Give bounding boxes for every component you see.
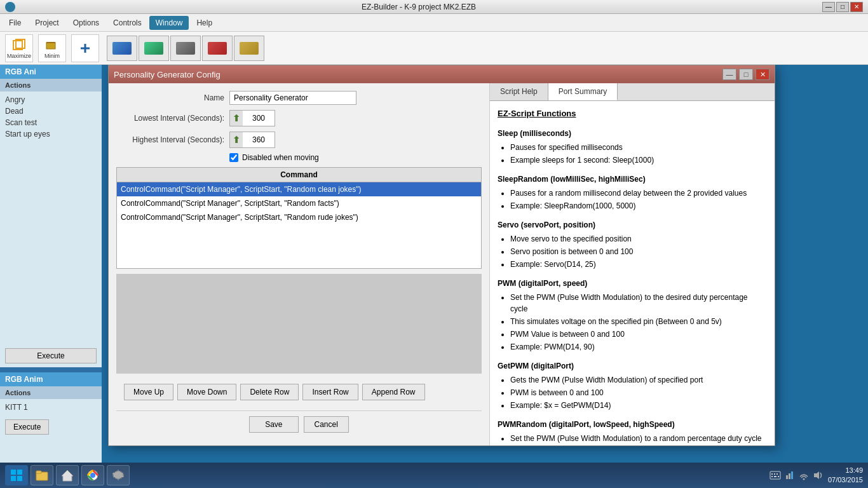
toolbar-maximize-btn[interactable]: Maximize	[5, 34, 33, 62]
wifi-icon	[799, 470, 809, 480]
disabled-moving-checkbox[interactable]	[229, 153, 238, 162]
svg-rect-19	[776, 473, 778, 475]
thumbnail-2[interactable]	[139, 36, 169, 61]
toolbar-maximize-label: Maximize	[7, 53, 31, 59]
name-row: Name	[116, 91, 482, 105]
svg-rect-25	[791, 471, 793, 479]
panel1-header: RGB Ani	[0, 65, 102, 79]
highest-interval-value: 360	[243, 133, 275, 146]
taskbar-settings-icon[interactable]	[107, 465, 130, 485]
titlebar-maximize-btn[interactable]: □	[836, 2, 849, 12]
menu-controls[interactable]: Controls	[107, 16, 148, 30]
cancel-btn[interactable]: Cancel	[304, 416, 349, 433]
panel2-list: KITT 1	[0, 399, 102, 416]
command-col-header: Command	[117, 168, 481, 182]
taskbar-start-btn[interactable]	[5, 465, 28, 485]
save-btn[interactable]: Save	[249, 416, 298, 433]
help-bullet: Move servo to the specified position	[510, 233, 767, 245]
titlebar-close-btn[interactable]: ✕	[850, 2, 863, 12]
taskbar-home-icon[interactable]	[56, 465, 79, 485]
dialog-maximize-btn[interactable]: □	[739, 69, 753, 80]
list-item[interactable]: Start up eyes	[5, 128, 97, 140]
help-bullet: Example: PWM(D14, 90)	[510, 341, 767, 353]
menu-options[interactable]: Options	[67, 16, 105, 30]
append-row-btn[interactable]: Append Row	[362, 384, 425, 400]
menu-window[interactable]: Window	[149, 16, 189, 30]
help-bullet: Servo position is between 0 and 100	[510, 246, 767, 257]
main-area: RGB Ani Actions Angry Dead Scan test Sta…	[0, 65, 868, 463]
highest-interval-spin-btn[interactable]: ⬆	[230, 132, 243, 147]
panel2-section: Actions KITT 1 Execute	[0, 386, 102, 463]
svg-marker-27	[814, 471, 819, 479]
taskbar-clock: 13:49 07/03/2015	[828, 466, 863, 485]
help-section-title: PWMRandom (digitalPort, lowSpeed, highSp…	[498, 419, 767, 430]
home-icon	[60, 468, 74, 482]
table-row[interactable]: ControlCommand("Script Manager", ScriptS…	[117, 210, 481, 224]
menubar: File Project Options Controls Window Hel…	[0, 14, 868, 32]
maximize-icon	[11, 37, 27, 51]
panel2-execute-btn[interactable]: Execute	[5, 419, 49, 435]
help-bullet: Gets the PWM (Pulse Width Modulation) of…	[510, 374, 767, 386]
help-tabs: Script Help Port Summary	[490, 83, 775, 101]
panel1-execute-btn[interactable]: Execute	[5, 348, 97, 363]
clock-time: 13:49	[828, 466, 863, 475]
help-section-bullets: Set the PWM (Pulse Width Modulation) to …	[510, 292, 767, 353]
menu-project[interactable]: Project	[29, 16, 65, 30]
help-bullet: Example sleeps for 1 second: Sleep(1000)	[510, 154, 767, 166]
disabled-moving-label: Disabled when moving	[242, 153, 319, 162]
tab-port-summary[interactable]: Port Summary	[548, 83, 618, 100]
help-panel: Script Help Port Summary EZ-Script Funct…	[490, 83, 775, 445]
dialog-minimize-btn[interactable]: —	[722, 69, 736, 80]
svg-rect-11	[36, 471, 41, 473]
left-panels: RGB Ani Actions Angry Dead Scan test Sta…	[0, 65, 102, 463]
volume-icon	[813, 470, 823, 480]
menu-file[interactable]: File	[3, 16, 27, 30]
svg-rect-20	[771, 476, 773, 477]
help-bullet: This simulates voltage on the specified …	[510, 316, 767, 327]
lowest-interval-row: Lowest Interval (Seconds): ⬆ 300	[116, 110, 482, 126]
content-area: Personality Generator Config — □ ✕ Name	[102, 65, 868, 463]
list-item[interactable]: Angry	[5, 94, 97, 105]
taskbar-right: 13:49 07/03/2015	[770, 466, 863, 485]
help-sections: Sleep (milliseconds)Pauses for specified…	[498, 128, 767, 446]
table-row[interactable]: ControlCommand("Script Manager", ScriptS…	[117, 182, 481, 197]
move-up-btn[interactable]: Move Up	[124, 384, 173, 400]
help-section-bullets: Set the PWM (Pulse Width Modulation) to …	[510, 433, 767, 446]
insert-row-btn[interactable]: Insert Row	[302, 384, 358, 400]
panel1-actions-label: Actions	[0, 79, 102, 92]
svg-rect-24	[789, 473, 790, 479]
app-logo	[5, 2, 15, 12]
move-down-btn[interactable]: Move Down	[177, 384, 236, 400]
toolbar-add-btn[interactable]	[71, 34, 99, 62]
thumbnail-4[interactable]	[202, 36, 233, 61]
help-main-title: EZ-Script Functions	[498, 107, 767, 120]
dialog-title: Personality Generator Config	[114, 70, 220, 79]
taskbar-chrome-icon[interactable]	[81, 465, 104, 485]
list-item[interactable]: Scan test	[5, 117, 97, 128]
browser-icon	[86, 468, 100, 482]
menu-help[interactable]: Help	[190, 16, 219, 30]
folder-icon	[35, 468, 49, 482]
disabled-moving-row: Disabled when moving	[116, 153, 482, 162]
thumbnail-5[interactable]	[234, 36, 264, 61]
lowest-interval-spin-btn[interactable]: ⬆	[230, 111, 243, 126]
dialog-close-btn[interactable]: ✕	[756, 69, 770, 80]
list-item[interactable]: Dead	[5, 105, 97, 117]
svg-rect-18	[774, 473, 775, 475]
svg-rect-2	[46, 43, 55, 49]
help-bullet: Set the PWM (Pulse Width Modulation) to …	[510, 433, 767, 444]
help-section-bullets: Pauses for a random millisecond delay be…	[510, 187, 767, 212]
tab-script-help[interactable]: Script Help	[490, 83, 548, 100]
toolbar-minimize-btn[interactable]: Minim	[38, 34, 66, 62]
svg-rect-16	[770, 471, 780, 479]
highest-interval-spin: ⬆ 360	[229, 132, 275, 148]
thumbnail-1[interactable]	[107, 36, 137, 61]
table-row[interactable]: ControlCommand("Script Manager", ScriptS…	[117, 196, 481, 210]
thumbnail-3[interactable]	[170, 36, 201, 61]
name-label: Name	[116, 93, 224, 102]
titlebar-minimize-btn[interactable]: —	[822, 2, 835, 12]
list-item[interactable]: KITT 1	[5, 402, 97, 413]
name-input[interactable]	[229, 91, 356, 105]
taskbar-explorer-icon[interactable]	[31, 465, 53, 485]
delete-row-btn[interactable]: Delete Row	[240, 384, 299, 400]
